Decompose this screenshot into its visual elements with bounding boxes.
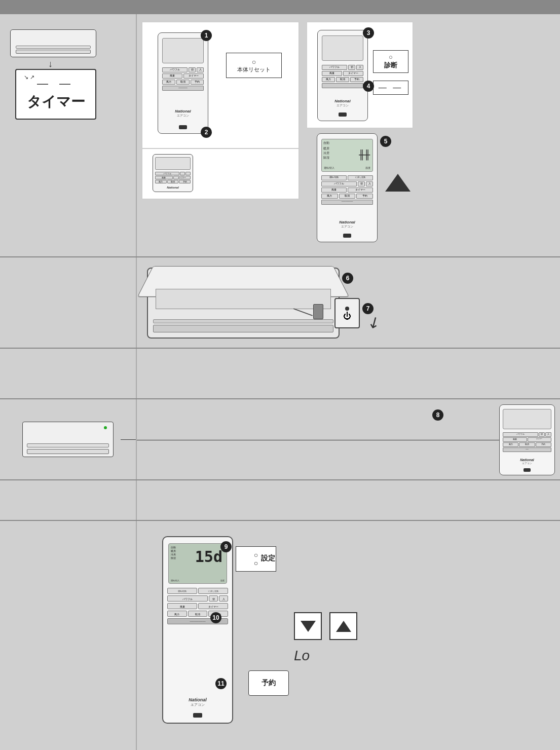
dashes-label: ― ― xyxy=(379,83,403,92)
plug-box: ⏻ xyxy=(334,298,360,328)
shindan-box: ○ 診断 xyxy=(373,50,408,73)
settei-text: 設定 xyxy=(261,554,275,563)
arrow-down: ↓ xyxy=(48,59,53,69)
shindan-label: 診断 xyxy=(384,61,397,70)
bullet-11: 11 xyxy=(215,678,227,689)
display-value: 15d xyxy=(195,548,222,566)
settei-label: ○ xyxy=(254,559,258,567)
section4-left xyxy=(0,399,137,479)
section2-right: ⏻ 6 7 ↙ xyxy=(137,257,560,348)
bullet-5: 5 xyxy=(380,136,391,147)
section-4: 8 パワフル 切 入 風量 タイマー 風力 取消 予約 ─ xyxy=(0,399,560,480)
section1-right: パワフル 切 入 風量 タイマー 風力 取消 予約 ───── xyxy=(137,14,560,256)
header-bar xyxy=(0,0,560,14)
triangle-up xyxy=(385,174,410,192)
remote-display: 自動 暖房 冷房 除湿 15d 運転/切入 温度 xyxy=(168,543,227,584)
bullet-10: 10 xyxy=(210,612,221,623)
section3-right xyxy=(137,349,560,398)
remote-brand-detailed: National xyxy=(317,220,377,224)
left-remote-panel: パワフル 切 入 風量 タイマー 風力 取消 予約 ───── xyxy=(142,22,299,148)
section-6: 自動 暖房 冷房 除湿 15d 運転/切入 温度 運転/切換 に戻し交換 xyxy=(0,521,560,750)
ac-unit-small xyxy=(22,422,114,457)
lo-text: Lo xyxy=(294,648,310,664)
remote-large: 自動 暖房 冷房 除湿 15d 運転/切入 温度 運転/切換 に戻し交換 xyxy=(162,536,233,724)
bullet-3: 3 xyxy=(363,27,374,39)
lower-panel-left: パワフル 風量 タイマー 風力 取消 予約 National xyxy=(142,148,299,199)
bullet-8: 8 xyxy=(432,409,443,421)
remote-sub-large: エアコン xyxy=(163,702,232,707)
section3-left xyxy=(0,349,137,398)
connect-line xyxy=(137,440,499,440)
remote-detailed: 自動 暖房 冷房 除湿 ╫╫ 運転/切入 温度 運転/切換 に戻し交換 xyxy=(317,133,378,242)
section1-left: ↓ — — ↘ ↗ タイマー xyxy=(0,14,137,256)
timer-label: タイマー xyxy=(27,92,85,111)
section6-right: 自動 暖房 冷房 除湿 15d 運転/切入 温度 運転/切換 に戻し交換 xyxy=(137,521,560,750)
dashes-box: ― ― xyxy=(373,81,408,95)
triangle-buttons xyxy=(294,612,357,640)
ac-unit-top xyxy=(10,29,96,57)
remote-brand-left: National xyxy=(158,109,208,114)
yoyaku-box: 予約 xyxy=(248,670,289,696)
section4-right: 8 パワフル 切 入 風量 タイマー 風力 取消 予約 ─ xyxy=(137,399,560,479)
section5-left xyxy=(0,480,137,520)
section-3 xyxy=(0,349,560,399)
bullet-6: 6 xyxy=(342,273,353,284)
right-remote-panel: パワフル 切 入 風量 タイマー 風力 取消 予約 xyxy=(307,22,413,128)
section-1: ↓ — — ↘ ↗ タイマー パワフル 切 入 xyxy=(0,14,560,257)
bullet-4: 4 xyxy=(363,81,374,92)
diag-arrow: ↙ xyxy=(364,311,384,333)
remote-section4: パワフル 切 入 風量 タイマー 風力 取消 予約 ── National エア… xyxy=(499,404,555,475)
bullet-1: 1 xyxy=(201,30,212,41)
remote-sub-detailed: エアコン xyxy=(317,224,377,229)
section5-right xyxy=(137,480,560,520)
remote-brand-right: National xyxy=(318,99,367,103)
remote-sub-s4: エアコン xyxy=(500,462,554,465)
section2-left xyxy=(0,257,137,348)
timer-box: — — ↘ ↗ タイマー xyxy=(15,69,96,120)
reset-label: 本体リセット xyxy=(237,66,271,73)
remote-sub-right: エアコン xyxy=(318,103,367,108)
right-lower-area: 自動 暖房 冷房 除湿 ╫╫ 運転/切入 温度 運転/切換 に戻し交換 xyxy=(307,133,413,247)
remote-right: パワフル 切 入 風量 タイマー 風力 取消 予約 xyxy=(317,30,368,121)
honbai-reset-box: ○ 本体リセット xyxy=(226,53,282,78)
section-2: ⏻ 6 7 ↙ xyxy=(0,257,560,349)
right-section: パワフル 切 入 風量 タイマー 風力 取消 予約 xyxy=(307,22,550,250)
triangle-up-box[interactable] xyxy=(329,612,357,640)
remote-small-lower: パワフル 風量 タイマー 風力 取消 予約 National xyxy=(153,154,193,192)
remote-left: パワフル 切 入 風量 タイマー 風力 取消 予約 ───── xyxy=(158,32,208,134)
bullet-2: 2 xyxy=(201,127,212,138)
remote-brand-large: National xyxy=(163,697,232,702)
remote-brand-s4: National xyxy=(500,458,554,462)
bullet-9: 9 xyxy=(220,541,232,552)
section6-left xyxy=(0,521,137,750)
remote-sub-left: エアコン xyxy=(158,114,208,118)
bullet-7: 7 xyxy=(362,303,374,314)
yoyaku-label: 予約 xyxy=(262,679,276,688)
section-5 xyxy=(0,480,560,521)
triangle-down-box[interactable] xyxy=(294,612,322,640)
ac-unit-open xyxy=(147,268,340,339)
